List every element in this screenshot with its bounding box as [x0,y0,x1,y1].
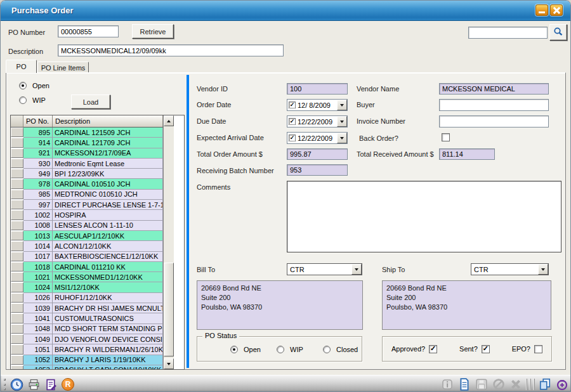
row-selector[interactable] [11,200,23,209]
table-row[interactable]: 978CARDINAL 010510 JCH [11,179,163,189]
tab-po[interactable]: PO [6,60,37,73]
po-no-column-header[interactable]: PO No. [23,115,53,127]
table-row[interactable]: 949BPI 12/23/09KK [11,169,163,179]
history-clock-icon[interactable] [10,377,23,391]
tab-po-line-items[interactable]: PO Line Items [37,62,89,73]
table-row[interactable]: 1051BRACHY R WILDERMAN1/26/10KK [11,344,163,355]
sent-flag[interactable]: Sent? [459,345,490,353]
table-row[interactable]: 895CARDINAL 121509 JCH [11,127,163,138]
grid-scrollbar[interactable] [163,115,174,369]
row-selector[interactable] [11,365,23,369]
row-selector[interactable] [11,159,23,168]
row-selector[interactable] [11,344,23,354]
approved-checkbox[interactable] [429,345,437,353]
filter-radio-open[interactable]: Open [19,82,49,89]
info-icon[interactable] [440,377,454,391]
copy-pages-icon[interactable] [538,377,552,391]
table-row[interactable]: 985MEDTRONIC 010510 JCH [11,190,163,200]
order-date-picker[interactable]: 12/ 8/2009 [287,99,348,111]
row-selector[interactable] [11,221,23,230]
table-row[interactable]: 1048MCD SHORT TERM STANDING PO [11,324,163,334]
cancel-disabled-icon[interactable] [492,377,506,391]
filter-radio-wip[interactable]: WIP [19,96,46,104]
table-row[interactable]: 1002HOSPIRA [11,210,163,220]
toolbar-grip[interactable] [4,379,6,390]
row-selector[interactable] [11,303,23,313]
row-selector[interactable] [11,127,23,137]
row-selector[interactable] [11,252,23,261]
row-selector[interactable] [11,169,23,178]
search-input[interactable] [468,27,548,39]
table-row[interactable]: 1024MSI1/12/10KK [11,282,163,292]
bill-to-dropdown-icon[interactable] [351,264,362,275]
table-row[interactable]: 1049DJO VENOFLOW DEVICE CONSIG [11,334,163,344]
status-radio-wip[interactable]: WIP [277,346,303,353]
close-button[interactable] [550,4,563,16]
order-date-checkbox[interactable] [289,101,296,108]
table-row[interactable]: 1018CARDINAL 011210 KK [11,262,163,272]
po-number-input[interactable] [58,25,119,37]
table-row[interactable]: 1026RUHOF1/12/10KK [11,293,163,303]
load-button[interactable]: Load [71,95,110,109]
table-row[interactable]: 914CARDINAL 121709 JCH [11,138,163,148]
table-row[interactable]: 1021MCKESSONMED1/12/10KK [11,272,163,282]
row-selector[interactable] [11,138,23,147]
delete-disabled-icon[interactable] [509,377,523,391]
document-icon[interactable] [457,377,471,391]
due-date-dropdown-icon[interactable] [337,116,347,127]
approved-flag[interactable]: Approved? [391,345,437,353]
row-selector[interactable] [11,282,23,292]
description-input[interactable] [58,44,284,56]
row-selector[interactable] [11,272,23,282]
row-selector[interactable] [11,148,23,158]
scroll-down-icon[interactable] [164,358,174,369]
row-selector[interactable] [11,210,23,219]
ship-to-dropdown-icon[interactable] [538,264,548,275]
table-row[interactable]: 1014ALCON1/12/10KK [11,241,163,251]
table-row[interactable]: 1041CUSTOMULTRASONICS [11,313,163,323]
total-order-amount-field[interactable]: 995.87 [287,148,348,160]
table-row[interactable]: 997DIRECT PURCHASE LENSE 1-7-10 [11,200,163,210]
epo-flag[interactable]: EPO? [512,345,542,353]
back-order-checkbox[interactable] [442,133,450,141]
row-selector[interactable] [11,241,23,251]
status-radio-open[interactable]: Open [230,346,261,353]
vendor-id-field[interactable]: 100 [287,83,348,95]
expected-arrival-date-picker[interactable]: 12/22/2009 [287,132,348,144]
edit-notes-icon[interactable] [44,377,58,391]
table-row[interactable]: 1053BRACHY LT CARLSON1/19/10KK [11,365,163,369]
table-row[interactable]: 921MCKESSON12/17/09EA [11,148,163,159]
total-received-amount-field[interactable]: 811.14 [439,148,495,160]
invoice-number-input[interactable] [439,115,549,127]
row-selector[interactable] [11,324,23,334]
search-button[interactable] [549,24,567,41]
minimize-button[interactable] [535,4,548,16]
scroll-up-icon[interactable] [164,115,174,126]
row-selector[interactable] [11,190,23,199]
order-date-dropdown-icon[interactable] [337,100,347,110]
add-record-icon[interactable] [555,377,569,391]
table-row[interactable]: 1039BRACHY DR HSI JAMES MCNULTY [11,303,163,313]
sent-checkbox[interactable] [482,345,490,353]
table-row[interactable]: 930Medtronic Eqmt Lease [11,159,163,169]
vendor-name-field[interactable]: MCKESSON MEDICAL [439,83,549,95]
retrieve-button[interactable]: Retrieve [132,24,174,39]
table-row[interactable]: 1017BAXTERBIOSCIENCE1/12/10KK [11,252,163,262]
ship-to-select[interactable]: CTR [471,263,549,275]
buyer-input[interactable] [439,99,549,111]
description-column-header[interactable]: Description [53,115,163,127]
row-selector[interactable] [11,179,23,188]
row-selector[interactable] [11,334,23,344]
row-selector[interactable] [11,231,23,240]
table-row[interactable]: 1008LENSES ALCON 1-11-10 [11,221,163,231]
scrollbar-thumb[interactable] [164,263,174,356]
expected-arrival-checkbox[interactable] [289,134,296,141]
print-icon[interactable] [27,377,41,391]
row-selector[interactable] [11,293,23,303]
receiving-batch-number-field[interactable]: 953 [287,164,348,176]
expected-arrival-dropdown-icon[interactable] [337,133,347,143]
save-disabled-icon[interactable] [475,377,489,391]
row-selector[interactable] [11,313,23,323]
status-radio-closed[interactable]: Closed [323,346,358,353]
table-row[interactable]: 1052BRACHY J LARIS 1/19/10KK [11,355,163,365]
